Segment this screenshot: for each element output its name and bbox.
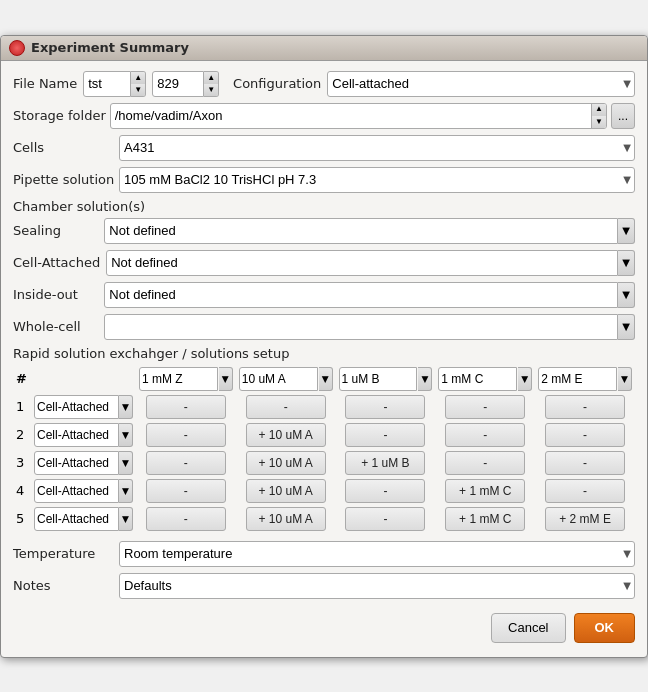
file-number-down[interactable]: ▼ bbox=[204, 84, 218, 96]
folder-input-wrap: ▲ ▼ bbox=[110, 103, 607, 129]
cell-attached-row: Cell-Attached Not defined ▼ bbox=[13, 250, 635, 276]
sol-btn-r3-c2[interactable]: - bbox=[345, 479, 425, 503]
col4-select[interactable]: 1 mM C bbox=[438, 367, 517, 391]
chamber-section-label: Chamber solution(s) bbox=[13, 199, 635, 214]
ok-button[interactable]: OK bbox=[574, 613, 636, 643]
file-name-input[interactable] bbox=[83, 71, 131, 97]
browse-button[interactable]: ... bbox=[611, 103, 635, 129]
col1-header-wrap: 1 mM Z ▼ bbox=[139, 367, 233, 391]
row-config-select-1[interactable]: Cell-Attached bbox=[34, 423, 119, 447]
col2-select[interactable]: 10 uM A bbox=[239, 367, 318, 391]
inside-out-select[interactable]: Not defined bbox=[104, 282, 618, 308]
row-config: Cell-Attached ▼ bbox=[31, 505, 136, 533]
sol-btn-r0-c4[interactable]: - bbox=[545, 395, 625, 419]
sol-btn-r1-c3[interactable]: - bbox=[445, 423, 525, 447]
col5-select[interactable]: 2 mM E bbox=[538, 367, 617, 391]
row-config-arrow-icon-2[interactable]: ▼ bbox=[119, 451, 133, 475]
cells-select[interactable]: A431 bbox=[119, 135, 635, 161]
file-number-up[interactable]: ▲ bbox=[204, 72, 218, 84]
titlebar: Experiment Summary bbox=[1, 36, 647, 61]
file-name-spinner[interactable]: ▲ ▼ bbox=[131, 71, 146, 97]
notes-select[interactable]: Defaults bbox=[119, 573, 635, 599]
cell-r1-c3: - bbox=[435, 421, 535, 449]
window-title: Experiment Summary bbox=[31, 40, 189, 55]
file-number-input[interactable] bbox=[152, 71, 204, 97]
sol-btn-r1-c1[interactable]: + 10 uM A bbox=[246, 423, 326, 447]
sol-btn-r1-c4[interactable]: - bbox=[545, 423, 625, 447]
storage-folder-row: Storage folder ▲ ▼ ... bbox=[13, 103, 635, 129]
close-button[interactable] bbox=[9, 40, 25, 56]
sol-btn-r2-c1[interactable]: + 10 uM A bbox=[246, 451, 326, 475]
cell-attached-select-wrap: Not defined ▼ bbox=[106, 250, 635, 276]
cell-r0-c2: - bbox=[336, 393, 436, 421]
row-config-arrow-icon-4[interactable]: ▼ bbox=[119, 507, 133, 531]
folder-up[interactable]: ▲ bbox=[592, 103, 606, 116]
sol-btn-r3-c0[interactable]: - bbox=[146, 479, 226, 503]
file-number-spinner[interactable]: ▲ ▼ bbox=[204, 71, 219, 97]
whole-cell-input[interactable] bbox=[104, 314, 618, 340]
cell-attached-arrow-icon[interactable]: ▼ bbox=[618, 250, 635, 276]
row-config: Cell-Attached ▼ bbox=[31, 421, 136, 449]
row-config-select-4[interactable]: Cell-Attached bbox=[34, 507, 119, 531]
file-name-down[interactable]: ▼ bbox=[131, 84, 145, 96]
cell-r3-c0: - bbox=[136, 477, 236, 505]
cancel-button[interactable]: Cancel bbox=[491, 613, 565, 643]
col5-header: 2 mM E ▼ bbox=[535, 365, 635, 393]
cell-r4-c1: + 10 uM A bbox=[236, 505, 336, 533]
file-name-up[interactable]: ▲ bbox=[131, 72, 145, 84]
sol-btn-r0-c1[interactable]: - bbox=[246, 395, 326, 419]
col1-select[interactable]: 1 mM Z bbox=[139, 367, 218, 391]
sol-btn-r0-c0[interactable]: - bbox=[146, 395, 226, 419]
row-config-select-2[interactable]: Cell-Attached bbox=[34, 451, 119, 475]
row-config-arrow-icon-0[interactable]: ▼ bbox=[119, 395, 133, 419]
pipette-select[interactable]: 105 mM BaCl2 10 TrisHCl pH 7.3 bbox=[119, 167, 635, 193]
col5-arrow-icon[interactable]: ▼ bbox=[618, 367, 632, 391]
folder-spinner[interactable]: ▲ ▼ bbox=[591, 103, 606, 129]
sol-btn-r1-c0[interactable]: - bbox=[146, 423, 226, 447]
col1-arrow-icon[interactable]: ▼ bbox=[219, 367, 233, 391]
sol-btn-r3-c4[interactable]: - bbox=[545, 479, 625, 503]
whole-cell-input-wrap: ▼ bbox=[104, 314, 635, 340]
col3-select[interactable]: 1 uM B bbox=[339, 367, 418, 391]
row-config-arrow-icon-1[interactable]: ▼ bbox=[119, 423, 133, 447]
config-select[interactable]: Cell-attached Inside-out Whole-cell bbox=[327, 71, 635, 97]
sol-btn-r4-c0[interactable]: - bbox=[146, 507, 226, 531]
temperature-select[interactable]: Room temperature 37°C bbox=[119, 541, 635, 567]
folder-input[interactable] bbox=[111, 104, 591, 128]
notes-row: Notes Defaults ▼ bbox=[13, 573, 635, 599]
sealing-label: Sealing bbox=[13, 223, 98, 238]
cell-r1-c1: + 10 uM A bbox=[236, 421, 336, 449]
sol-btn-r4-c4[interactable]: + 2 mM E bbox=[545, 507, 625, 531]
row-config-select-0[interactable]: Cell-Attached bbox=[34, 395, 119, 419]
col4-arrow-icon[interactable]: ▼ bbox=[518, 367, 532, 391]
row-config: Cell-Attached ▼ bbox=[31, 393, 136, 421]
sol-btn-r1-c2[interactable]: - bbox=[345, 423, 425, 447]
sol-btn-r0-c2[interactable]: - bbox=[345, 395, 425, 419]
whole-cell-arrow-icon[interactable]: ▼ bbox=[618, 314, 635, 340]
row-config-select-3[interactable]: Cell-Attached bbox=[34, 479, 119, 503]
sol-btn-r4-c2[interactable]: - bbox=[345, 507, 425, 531]
sol-btn-r2-c2[interactable]: + 1 uM B bbox=[345, 451, 425, 475]
sealing-select[interactable]: Not defined bbox=[104, 218, 618, 244]
cell-r1-c0: - bbox=[136, 421, 236, 449]
inside-out-arrow-icon[interactable]: ▼ bbox=[618, 282, 635, 308]
sol-btn-r3-c1[interactable]: + 10 uM A bbox=[246, 479, 326, 503]
sol-btn-r2-c0[interactable]: - bbox=[146, 451, 226, 475]
cell-attached-select[interactable]: Not defined bbox=[106, 250, 618, 276]
file-name-row: File Name ▲ ▼ ▲ ▼ Configuration Cell-att… bbox=[13, 71, 635, 97]
col4-header-wrap: 1 mM C ▼ bbox=[438, 367, 532, 391]
col3-arrow-icon[interactable]: ▼ bbox=[418, 367, 432, 391]
sol-btn-r4-c1[interactable]: + 10 uM A bbox=[246, 507, 326, 531]
sol-btn-r4-c3[interactable]: + 1 mM C bbox=[445, 507, 525, 531]
table-row: 2 Cell-Attached ▼ -+ 10 uM A--- bbox=[13, 421, 635, 449]
col2-arrow-icon[interactable]: ▼ bbox=[319, 367, 333, 391]
sealing-arrow-icon[interactable]: ▼ bbox=[618, 218, 635, 244]
folder-down[interactable]: ▼ bbox=[592, 116, 606, 129]
sol-btn-r2-c4[interactable]: - bbox=[545, 451, 625, 475]
sol-btn-r2-c3[interactable]: - bbox=[445, 451, 525, 475]
sol-btn-r0-c3[interactable]: - bbox=[445, 395, 525, 419]
row-config-arrow-icon-3[interactable]: ▼ bbox=[119, 479, 133, 503]
whole-cell-row: Whole-cell ▼ bbox=[13, 314, 635, 340]
sol-btn-r3-c3[interactable]: + 1 mM C bbox=[445, 479, 525, 503]
footer-buttons: Cancel OK bbox=[13, 605, 635, 647]
